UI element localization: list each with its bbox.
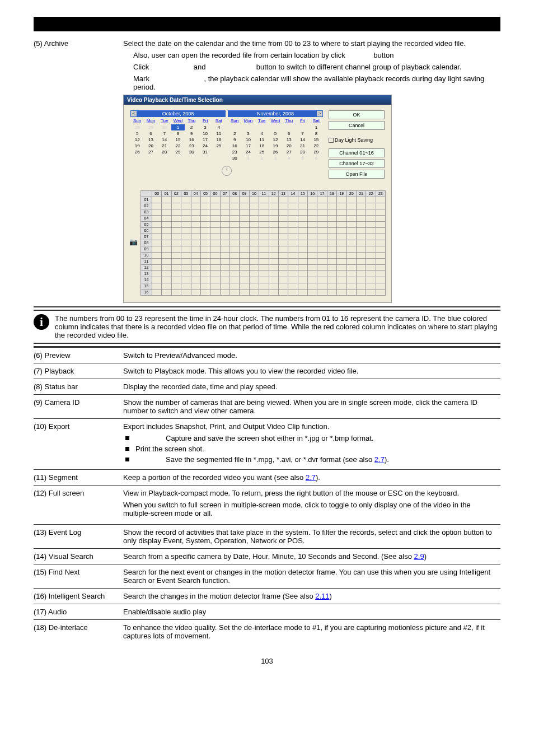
cal-cell[interactable] — [259, 271, 269, 277]
cal-cell[interactable] — [250, 259, 259, 265]
cal-cell[interactable] — [269, 222, 279, 228]
cal-cell[interactable] — [152, 253, 162, 259]
cal-cell[interactable] — [376, 209, 386, 216]
cal-date[interactable]: 26 — [130, 149, 144, 155]
cal-cell[interactable] — [172, 234, 181, 240]
cal-cell[interactable] — [152, 265, 162, 271]
cal-cell[interactable] — [152, 228, 162, 234]
cal-cell[interactable] — [288, 234, 298, 240]
cal-date[interactable] — [212, 149, 226, 155]
cal-cell[interactable] — [298, 203, 308, 209]
cal-date[interactable]: 21 — [158, 143, 171, 149]
cal-date[interactable]: 1 — [310, 124, 323, 130]
cal-date[interactable]: 9 — [228, 137, 241, 143]
cal-cell[interactable] — [269, 259, 279, 265]
cal-date[interactable]: 14 — [296, 137, 309, 143]
cal-cell[interactable] — [230, 277, 240, 283]
cal-cell[interactable] — [327, 228, 337, 234]
cal-cell[interactable] — [269, 265, 279, 271]
cal-cell[interactable] — [337, 253, 346, 259]
cal-cell[interactable] — [172, 265, 181, 271]
cal-cell[interactable] — [279, 283, 288, 290]
link-2-7b[interactable]: 2.7 — [306, 473, 316, 482]
cal-cell[interactable] — [298, 265, 308, 271]
cal-cell[interactable] — [298, 283, 308, 290]
cal-cell[interactable] — [172, 228, 181, 234]
cal-cell[interactable] — [221, 246, 230, 253]
cal-cell[interactable] — [201, 253, 210, 259]
cal-cell[interactable] — [269, 216, 279, 222]
cal-date[interactable]: 25 — [255, 149, 269, 155]
cal-cell[interactable] — [347, 209, 357, 216]
cal-cell[interactable] — [288, 246, 298, 253]
cal-cell[interactable] — [337, 246, 346, 253]
cal-cell[interactable] — [210, 228, 220, 234]
cal-cell[interactable] — [191, 228, 201, 234]
cal-cell[interactable] — [210, 209, 220, 216]
cal-cell[interactable] — [308, 290, 317, 296]
cal-cell[interactable] — [181, 234, 191, 240]
cal-cell[interactable] — [357, 290, 366, 296]
cal-cell[interactable] — [172, 197, 181, 203]
cal-cell[interactable] — [181, 203, 191, 209]
cal-cell[interactable] — [152, 222, 162, 228]
cal-cell[interactable] — [376, 203, 386, 209]
cal-cell[interactable] — [347, 234, 357, 240]
cal-date[interactable]: 3 — [198, 124, 212, 130]
cal-cell[interactable] — [172, 246, 181, 253]
cal-date[interactable]: 17 — [198, 137, 212, 143]
cal-cell[interactable] — [279, 277, 288, 283]
cal-cell[interactable] — [250, 216, 259, 222]
cal-cell[interactable] — [308, 259, 317, 265]
cal-cell[interactable] — [250, 240, 259, 246]
cal-cell[interactable] — [337, 290, 346, 296]
cal-date[interactable]: 9 — [185, 130, 198, 137]
cal-cell[interactable] — [269, 271, 279, 277]
cal-cell[interactable] — [259, 203, 269, 209]
cal-cell[interactable] — [279, 203, 288, 209]
cal-date[interactable]: 29 — [171, 149, 185, 155]
cal-cell[interactable] — [279, 240, 288, 246]
cal-cell[interactable] — [327, 216, 337, 222]
cal-cell[interactable] — [162, 240, 171, 246]
cal-cell[interactable] — [376, 259, 386, 265]
cal-cell[interactable] — [181, 228, 191, 234]
cal-cell[interactable] — [221, 240, 230, 246]
dls-check[interactable]: Day Light Saving — [329, 137, 385, 143]
cal-cell[interactable] — [230, 240, 240, 246]
cal-cell[interactable] — [210, 203, 220, 209]
cal-cell[interactable] — [230, 228, 240, 234]
cal-cell[interactable] — [357, 283, 366, 290]
cal-cell[interactable] — [317, 259, 327, 265]
cal-cell[interactable] — [191, 240, 201, 246]
cal-cell[interactable] — [288, 290, 298, 296]
cal-date[interactable]: 29 — [310, 149, 323, 155]
cal-cell[interactable] — [250, 283, 259, 290]
cal-cell[interactable] — [221, 271, 230, 277]
cal-date[interactable]: 24 — [198, 143, 212, 149]
cal-cell[interactable] — [279, 209, 288, 216]
prev-month-arrow[interactable]: < — [131, 111, 137, 116]
cal-date[interactable]: 13 — [282, 137, 296, 143]
cal-cell[interactable] — [152, 203, 162, 209]
cal-cell[interactable] — [308, 246, 317, 253]
cal-date[interactable]: 19 — [130, 143, 144, 149]
cal-date[interactable]: 6 — [282, 130, 296, 137]
cal-cell[interactable] — [250, 246, 259, 253]
cal-date[interactable]: 23 — [228, 149, 241, 155]
cal-cell[interactable] — [230, 209, 240, 216]
cal-cell[interactable] — [191, 209, 201, 216]
cal-date[interactable]: 24 — [241, 149, 255, 155]
cal-cell[interactable] — [240, 240, 249, 246]
cal-cell[interactable] — [230, 271, 240, 277]
cal-cell[interactable] — [269, 240, 279, 246]
cal-cell[interactable] — [366, 253, 376, 259]
cal-cell[interactable] — [240, 228, 249, 234]
cal-cell[interactable] — [269, 283, 279, 290]
cal-cell[interactable] — [298, 277, 308, 283]
cal-cell[interactable] — [152, 216, 162, 222]
cal-cell[interactable] — [366, 277, 376, 283]
cal-cell[interactable] — [317, 253, 327, 259]
cal-date[interactable]: 30 — [158, 124, 171, 130]
cal-cell[interactable] — [337, 283, 346, 290]
